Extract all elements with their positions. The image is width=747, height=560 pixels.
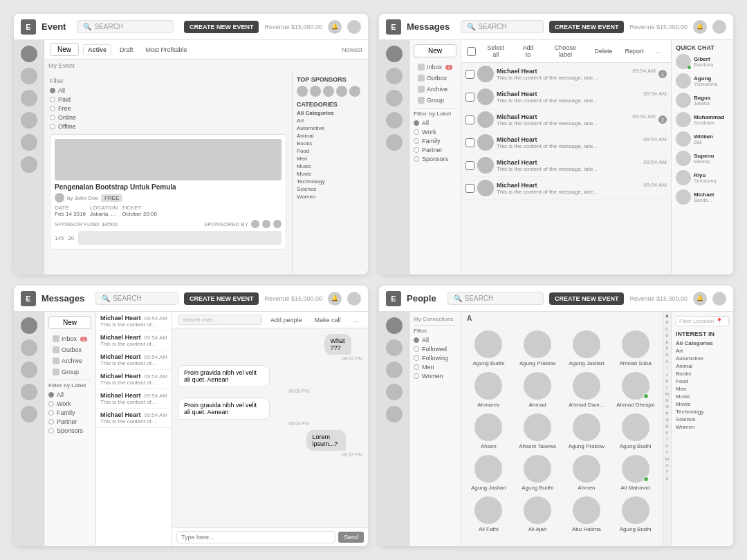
person-4[interactable]: Ahmarev: [467, 372, 510, 408]
msg-bot-item-3[interactable]: Michael Heart 09:54 AM This is the conte…: [96, 370, 172, 389]
interest-tech[interactable]: Technology: [676, 409, 729, 415]
msg-item-1[interactable]: Michael Heart 09:54 AM This is the conte…: [461, 86, 671, 109]
alpha-Z[interactable]: Z: [666, 476, 669, 481]
alpha-Y[interactable]: Y: [665, 469, 668, 474]
inbox-item-archive[interactable]: Archive: [414, 84, 456, 95]
people-sidebar-1[interactable]: [386, 317, 403, 334]
interest-science[interactable]: Science: [676, 416, 729, 422]
select-all-checkbox[interactable]: [467, 47, 476, 56]
msg-bot-item-2[interactable]: Michael Heart 09:54 AM This is the conte…: [96, 351, 172, 370]
messages-top-new-btn[interactable]: New: [414, 44, 456, 57]
chat-search[interactable]: Search chat...: [178, 315, 262, 325]
msg-filter-work[interactable]: Work: [414, 129, 456, 136]
sidebar-item-4[interactable]: [21, 112, 37, 129]
qc-item-2[interactable]: Bagus Jakarta: [676, 93, 729, 108]
alpha-F[interactable]: F: [666, 346, 669, 351]
qc-item-3[interactable]: Muhammad Surabaya: [676, 112, 729, 127]
person-18[interactable]: Abu Hatima: [565, 496, 609, 532]
alpha-V[interactable]: V: [665, 449, 668, 455]
alpha-T[interactable]: T: [666, 436, 669, 442]
msg-bot-item-1[interactable]: Michael Heart 09:54 AM This is the conte…: [96, 331, 172, 351]
people-create-btn[interactable]: CREATE NEW EVENT: [549, 292, 624, 305]
msg-item-0[interactable]: Michael Heart 09:54 AM This is the conte…: [461, 63, 671, 86]
sidebar-item-3[interactable]: [21, 90, 37, 106]
msg-checkbox-5[interactable]: [465, 184, 474, 193]
msg-bot-group[interactable]: Group: [48, 366, 91, 377]
cat-tech[interactable]: Technology: [297, 178, 364, 185]
alpha-K[interactable]: K: [665, 378, 668, 384]
cat-women[interactable]: Women: [297, 194, 364, 200]
person-10[interactable]: Agung Prabow: [565, 413, 609, 449]
cat-movie[interactable]: Movie: [297, 171, 364, 177]
people-filter-followed[interactable]: Followed: [414, 346, 456, 353]
messages-bottom-new-btn[interactable]: New: [48, 316, 91, 329]
qc-item-0[interactable]: Gibert Bandung: [676, 54, 729, 69]
person-16[interactable]: Ali Fathi: [467, 496, 510, 532]
people-filter-following[interactable]: Following: [414, 355, 456, 362]
cat-food[interactable]: Food: [297, 148, 364, 154]
tab-draft[interactable]: Draft: [116, 45, 138, 55]
tab-active[interactable]: Active: [83, 44, 111, 55]
messages-top-create-btn[interactable]: CREATE NEW EVENT: [549, 21, 624, 33]
msg-item-3[interactable]: Michael Heart 09:54 AM This is the conte…: [461, 131, 671, 154]
interest-music[interactable]: Music: [676, 393, 729, 400]
msg-checkbox-1[interactable]: [465, 93, 474, 102]
filter-online[interactable]: Online: [50, 114, 286, 121]
qc-item-5[interactable]: Supeno Malang: [676, 151, 729, 166]
interest-art[interactable]: Art: [676, 348, 729, 354]
more-btn[interactable]: ...: [652, 46, 665, 56]
filter-paid[interactable]: Paid: [50, 96, 286, 103]
msg-item-5[interactable]: Michael Heart 09:54 AM This is the conte…: [461, 177, 671, 200]
select-all-btn[interactable]: Select all: [480, 43, 511, 59]
event-search[interactable]: 🔍 SEARCH: [77, 20, 174, 33]
report-btn[interactable]: Report: [620, 46, 647, 56]
msg-filter-family[interactable]: Family: [414, 138, 456, 144]
person-0[interactable]: Agung Budhi: [467, 330, 510, 366]
msg-checkbox-0[interactable]: [465, 70, 474, 79]
people-sidebar-4[interactable]: [386, 384, 403, 400]
person-5[interactable]: Ahmad: [516, 372, 560, 408]
msg-bot-filter-family[interactable]: Family: [48, 409, 91, 416]
alpha-X[interactable]: X: [665, 463, 668, 468]
msg-bot-outbox[interactable]: Outbox: [48, 344, 91, 355]
person-1[interactable]: Agung Prabow: [516, 330, 560, 366]
cat-music[interactable]: Music: [297, 163, 364, 169]
people-notification[interactable]: 🔔: [693, 292, 707, 306]
inbox-item-group[interactable]: Group: [414, 95, 456, 106]
filter-offline[interactable]: Offline: [50, 123, 286, 130]
alpha-A[interactable]: A: [665, 313, 668, 319]
new-event-button[interactable]: New: [50, 43, 79, 56]
sidebar-item-5[interactable]: [21, 134, 37, 151]
messages-bottom-notification[interactable]: 🔔: [328, 292, 342, 306]
msg-bot-filter-work[interactable]: Work: [48, 400, 91, 407]
people-filter-men[interactable]: Men: [414, 364, 456, 371]
qc-item-7[interactable]: Michael Banda...: [676, 189, 729, 205]
filter-free[interactable]: Free: [50, 105, 286, 112]
messages-top-search[interactable]: 🔍 SEARCH: [461, 20, 544, 33]
person-17[interactable]: Ali Ajah: [516, 496, 560, 532]
alpha-O[interactable]: O: [665, 404, 669, 409]
messages-top-avatar[interactable]: [712, 20, 726, 34]
interest-men[interactable]: Men: [676, 386, 729, 392]
chat-input[interactable]: [176, 531, 335, 543]
add-to-btn[interactable]: Add to: [515, 43, 540, 59]
choose-label-btn[interactable]: Choose label: [544, 43, 586, 59]
alpha-I[interactable]: I: [667, 365, 668, 371]
alpha-U[interactable]: U: [665, 443, 668, 449]
filter-all[interactable]: All: [50, 87, 286, 94]
interest-books[interactable]: Books: [676, 371, 729, 377]
msg-bot-item-0[interactable]: Michael Heart 09:54 AM This is the conte…: [96, 312, 172, 331]
alpha-L[interactable]: L: [666, 384, 668, 390]
msg-bot-sidebar-4[interactable]: [21, 384, 37, 400]
sidebar-item-1[interactable]: [21, 46, 37, 62]
cat-books[interactable]: Books: [297, 140, 364, 147]
msg-checkbox-3[interactable]: [465, 138, 474, 147]
sidebar-item-6[interactable]: [21, 156, 37, 173]
msg-bot-inbox[interactable]: Inbox 1: [48, 333, 91, 344]
msg-item-2[interactable]: Michael Heart 09:54 AM This is the conte…: [461, 109, 671, 131]
msg-top-sidebar-5[interactable]: [386, 134, 403, 151]
person-14[interactable]: Ahmen: [565, 455, 609, 491]
person-8[interactable]: Ahsen: [467, 413, 510, 449]
cat-art[interactable]: Art: [297, 118, 364, 124]
people-sidebar-3[interactable]: [386, 362, 403, 378]
